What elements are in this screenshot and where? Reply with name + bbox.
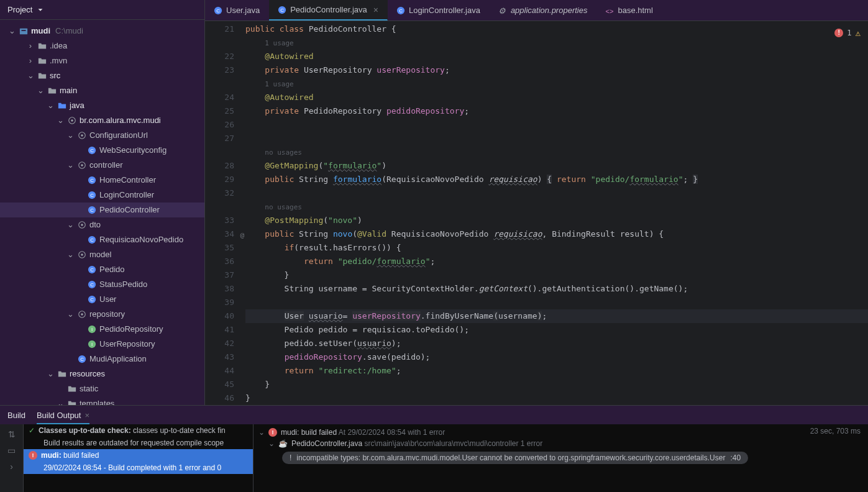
tree-item[interactable]: static bbox=[0, 381, 204, 396]
tree-item[interactable]: IPedidoRepository bbox=[0, 322, 204, 337]
interface-icon: I bbox=[87, 339, 97, 349]
svg-point-3 bbox=[71, 119, 73, 122]
editor-tab[interactable]: CUser.java bbox=[205, 0, 269, 20]
folder-icon bbox=[67, 384, 77, 394]
tree-item[interactable]: CStatusPedido bbox=[0, 277, 204, 292]
tree-item-label: PedidoRepository bbox=[99, 323, 163, 335]
svg-text:C: C bbox=[280, 7, 284, 12]
chevron-down-icon[interactable]: ⌄ bbox=[268, 439, 275, 448]
svg-point-29 bbox=[81, 313, 83, 316]
chevron-down-icon[interactable]: ⌄ bbox=[46, 99, 55, 112]
class-icon: C bbox=[87, 280, 97, 289]
tree-item[interactable]: CWebSecurityconfig bbox=[0, 143, 204, 158]
svg-point-21 bbox=[81, 253, 83, 256]
tree-item[interactable]: CRequisicaoNovoPedido bbox=[0, 232, 204, 247]
code-editor[interactable]: ! 1 ⚠ 212223242526272829323334@353637383… bbox=[205, 21, 868, 405]
error-icon: ! bbox=[834, 29, 843, 37]
line-gutter[interactable]: 212223242526272829323334@353637383940414… bbox=[205, 21, 245, 405]
module-icon bbox=[19, 26, 29, 36]
tab-label: LoginController.java bbox=[409, 6, 480, 15]
chevron-down-icon[interactable]: ⌄ bbox=[66, 219, 75, 231]
tree-item[interactable]: ⌄dto bbox=[0, 217, 204, 232]
tree-item[interactable]: CUser bbox=[0, 292, 204, 307]
svg-rect-0 bbox=[20, 29, 27, 35]
tree-item[interactable]: ⌄br.com.alura.mvc.mudi bbox=[0, 113, 204, 128]
error-indicator[interactable]: ! 1 ⚠ bbox=[834, 26, 861, 40]
svg-text:C: C bbox=[90, 237, 94, 243]
tree-item[interactable]: ›.idea bbox=[0, 39, 204, 53]
tree-item[interactable]: ⌄model bbox=[0, 247, 204, 262]
tree-item[interactable]: ›.mvn bbox=[0, 53, 204, 68]
tree-item-label: resources bbox=[70, 368, 105, 380]
tree-root[interactable]: ⌄ mudi C:\mudi bbox=[0, 24, 204, 39]
editor-tab[interactable]: <>base.html bbox=[596, 0, 662, 20]
filter-icon[interactable]: ▭ bbox=[7, 445, 16, 455]
chevron-down-icon[interactable]: ⌄ bbox=[7, 25, 16, 37]
chevron-down-icon[interactable]: ⌄ bbox=[36, 84, 45, 97]
tree-item[interactable]: ⌄java bbox=[0, 98, 204, 113]
chevron-down-icon[interactable]: ⌄ bbox=[66, 308, 75, 321]
chevron-down-icon[interactable]: ⌄ bbox=[46, 368, 55, 380]
folder-icon bbox=[67, 399, 77, 405]
svg-point-5 bbox=[81, 134, 83, 137]
chevron-down-icon[interactable]: ⌄ bbox=[56, 114, 65, 127]
svg-point-9 bbox=[81, 164, 83, 166]
build-log-row[interactable]: 29/02/2024 08:54 - Build completed with … bbox=[24, 462, 253, 474]
chevron-down-icon[interactable]: ⌄ bbox=[66, 129, 75, 142]
build-log-row[interactable]: Build results are outdated for requested… bbox=[24, 437, 253, 449]
tree-item[interactable]: ⌄src bbox=[0, 68, 204, 83]
tree-item[interactable]: ⌄main bbox=[0, 83, 204, 98]
folder-icon bbox=[47, 86, 57, 96]
tab-build-output[interactable]: Build Output × bbox=[37, 407, 89, 424]
gear-icon: ⚙ bbox=[498, 6, 507, 15]
build-file-row[interactable]: ⌄ ☕ PedidoController.java src\main\java\… bbox=[258, 438, 863, 449]
expand-icon[interactable]: › bbox=[10, 462, 13, 472]
tree-item[interactable]: ⌄resources bbox=[0, 367, 204, 381]
close-icon[interactable]: × bbox=[373, 5, 378, 15]
tree-item[interactable]: CHomeController bbox=[0, 173, 204, 188]
tree-item[interactable]: ⌄controller bbox=[0, 158, 204, 173]
build-right-pane[interactable]: 23 sec, 703 ms ⌄ ! mudi: build failed At… bbox=[254, 424, 868, 492]
close-icon[interactable]: × bbox=[85, 411, 89, 420]
tree-item[interactable]: CPedido bbox=[0, 262, 204, 277]
chevron-down-icon[interactable]: ⌄ bbox=[66, 248, 75, 261]
code-content[interactable]: public class PedidoController { 1 usage … bbox=[245, 21, 868, 405]
folder-icon bbox=[37, 71, 47, 81]
html-icon: <> bbox=[605, 6, 614, 15]
tree-item[interactable]: ⌄ConfigurationUrl bbox=[0, 128, 204, 143]
build-log-row[interactable]: ✓Classes up-to-date check: classes up-to… bbox=[24, 424, 253, 437]
tree-item[interactable]: IUserRepository bbox=[0, 337, 204, 352]
chevron-down-icon[interactable]: ⌄ bbox=[258, 428, 265, 437]
tree-item-label: repository bbox=[89, 308, 125, 321]
build-left-pane[interactable]: ✓Classes up-to-date check: classes up-to… bbox=[24, 424, 254, 492]
tree-item[interactable]: CMudiApplication bbox=[0, 352, 204, 367]
sidebar-header[interactable]: Project bbox=[0, 0, 204, 20]
tab-build[interactable]: Build bbox=[7, 407, 25, 424]
toggle-icon[interactable]: ⇅ bbox=[8, 429, 16, 439]
chevron-down-icon[interactable]: ⌄ bbox=[26, 70, 35, 82]
editor-tab[interactable]: CPedidoController.java× bbox=[269, 0, 388, 20]
interface-icon: I bbox=[87, 324, 97, 334]
tree-item-label: User bbox=[99, 293, 116, 306]
build-log-row[interactable]: !mudi: build failed bbox=[24, 449, 253, 462]
tree-item[interactable]: ⌄templates bbox=[0, 396, 204, 405]
chevron-down-icon[interactable]: ⌄ bbox=[56, 398, 65, 405]
chevron-right-icon[interactable]: › bbox=[26, 40, 35, 52]
class-icon: C bbox=[396, 6, 405, 15]
tree-item[interactable]: ⌄repository bbox=[0, 307, 204, 322]
class-icon: C bbox=[278, 6, 286, 14]
chevron-right-icon[interactable]: › bbox=[26, 55, 35, 67]
tree-item[interactable]: CLoginController bbox=[0, 188, 204, 203]
tree-item-label: static bbox=[80, 383, 98, 395]
build-result-row[interactable]: ⌄ ! mudi: build failed At 29/02/2024 08:… bbox=[258, 427, 863, 438]
build-error-detail[interactable]: ! incompatible types: br.com.alura.mvc.m… bbox=[282, 452, 748, 464]
tree-item-label: StatusPedido bbox=[99, 278, 147, 291]
folder-src-icon bbox=[57, 101, 67, 111]
tree-item-label: Pedido bbox=[99, 263, 124, 276]
build-panel: Build Build Output × ⇅ ▭ › ✓Classes up-t… bbox=[0, 405, 868, 492]
editor-tab[interactable]: ⚙application.properties bbox=[490, 0, 597, 20]
chevron-down-icon[interactable]: ⌄ bbox=[66, 159, 75, 171]
editor-tab[interactable]: CLoginController.java bbox=[388, 0, 490, 20]
project-tree[interactable]: ⌄ mudi C:\mudi ›.idea›.mvn⌄src⌄main⌄java… bbox=[0, 20, 204, 405]
tree-item[interactable]: CPedidoController bbox=[0, 203, 204, 217]
